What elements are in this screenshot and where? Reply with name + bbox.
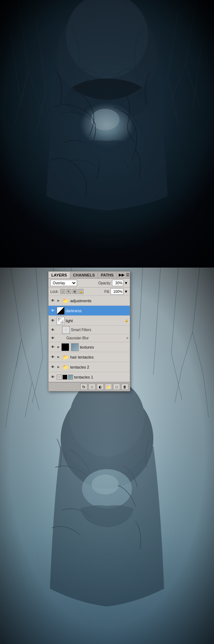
thumb-smart-filters: ▫ — [62, 326, 70, 334]
new-layer-button[interactable]: □ — [113, 384, 120, 390]
layer-name-hair-tentacles: hair tentacles — [70, 355, 128, 359]
thumb-adjustments: 📁 — [61, 297, 69, 305]
filter-settings-icon[interactable]: ≠ — [127, 336, 129, 340]
tentacles1-icon2 — [62, 375, 67, 380]
opacity-arrow[interactable]: ▼ — [124, 281, 128, 285]
eye-tentacles-2[interactable]: 👁 — [50, 364, 56, 370]
layer-light[interactable]: 👁 light 🔒 — [49, 316, 130, 326]
tab-channels[interactable]: CHANNELS — [70, 272, 98, 278]
eye-tentacles-1[interactable]: 👁 — [50, 374, 56, 380]
thumb-textures-img — [71, 343, 79, 351]
lock-icons: □ ✎ ⊞ 🔒 — [60, 289, 83, 294]
layers-panel: LAYERS CHANNELS PATHS ▶▶ ☰ Overlay Opaci… — [48, 271, 130, 391]
eye-darkness[interactable]: 👁 — [50, 308, 56, 314]
layer-adjustments[interactable]: 👁 ▶ 📁 adjustments — [49, 296, 130, 306]
layer-name-tentacles-2: tentacles 2 — [70, 365, 128, 369]
layer-name-darkness: darkness — [66, 309, 128, 313]
thumb-tentacles-2: 📁 — [61, 363, 69, 371]
delete-button[interactable]: 🗑 — [121, 384, 128, 390]
thumb-textures-mask — [61, 343, 69, 351]
layer-name-tentacles-1: tentacles 1 — [74, 375, 128, 379]
blend-opacity-row: Overlay Opacity: ▼ — [49, 279, 130, 288]
lock-transparent-icon[interactable]: □ — [60, 289, 65, 294]
expand-textures[interactable]: ▶ — [57, 345, 60, 349]
opacity-group: Opacity: ▼ — [98, 280, 128, 286]
panel-tabs: LAYERS CHANNELS PATHS ▶▶ ☰ — [49, 272, 130, 279]
layer-name-textures: textures — [80, 345, 128, 349]
mask-button[interactable]: □ — [88, 384, 96, 390]
opacity-input[interactable] — [112, 280, 123, 286]
smart-filters-label: Smart Filters — [71, 328, 91, 332]
eye-smart-filters[interactable]: 👁 — [50, 327, 56, 333]
fill-group: Fill: ▼ — [105, 288, 128, 295]
layer-textures[interactable]: 👁 ▶ textures — [49, 342, 130, 352]
layer-hair-tentacles[interactable]: 👁 ▶ 📁 hair tentacles — [49, 352, 130, 362]
eye-hair-tentacles[interactable]: 👁 — [50, 354, 56, 360]
eye-textures[interactable]: 👁 — [50, 344, 56, 350]
eye-gaussian[interactable]: 👁 — [50, 335, 56, 341]
top-image — [0, 0, 214, 268]
group-button[interactable]: 📁 — [105, 384, 112, 390]
layer-name-adjustments: adjustments — [70, 299, 128, 303]
layer-tentacles-2[interactable]: 👁 ▶ 📁 tentacles 2 — [49, 362, 130, 372]
filter-gaussian-blur[interactable]: 👁 Gaussian Blur ≠ — [49, 334, 130, 342]
blend-mode-select[interactable]: Overlay — [50, 280, 77, 286]
filter-name-gaussian: Gaussian Blur — [66, 336, 89, 340]
layer-name-light: light — [66, 319, 124, 323]
thumb-hair-tentacles: 📁 — [61, 353, 69, 361]
lock-label: Lock: — [50, 290, 59, 294]
fill-input[interactable] — [111, 288, 123, 295]
tentacles1-icon3 — [68, 375, 73, 380]
thumb-darkness — [57, 307, 65, 315]
expand-adjustments[interactable]: ▶ — [57, 299, 60, 303]
panel-menu-icon: ☰ — [126, 273, 129, 277]
panel-expand-icon: ▶▶ — [119, 273, 124, 277]
thumb-light — [57, 317, 65, 325]
tab-layers[interactable]: LAYERS — [49, 272, 70, 278]
lock-position-icon[interactable]: ⊞ — [72, 289, 77, 294]
fx-button[interactable]: fx — [80, 384, 87, 390]
eye-light[interactable]: 👁 — [50, 318, 56, 324]
fill-label: Fill: — [105, 290, 110, 294]
bottom-section: LAYERS CHANNELS PATHS ▶▶ ☰ Overlay Opaci… — [0, 268, 214, 644]
fill-arrow[interactable]: ▼ — [124, 289, 128, 294]
eye-adjustments[interactable]: 👁 — [50, 298, 56, 304]
expand-hair-tentacles[interactable]: ▶ — [57, 355, 60, 359]
lock-all-icon[interactable]: 🔒 — [78, 289, 83, 294]
lock-row: Lock: □ ✎ ⊞ 🔒 Fill: ▼ — [49, 288, 130, 296]
smart-filters-row: 👁 ▫ Smart Filters — [49, 326, 130, 334]
opacity-label: Opacity: — [98, 281, 111, 285]
tentacles1-icon1: ▫ — [57, 375, 62, 380]
lock-pixels-icon[interactable]: ✎ — [66, 289, 71, 294]
lock-light-icon: 🔒 — [125, 319, 128, 323]
expand-tentacles-2[interactable]: ▶ — [57, 365, 60, 369]
panel-more-options[interactable]: ▶▶ ☰ — [117, 272, 132, 278]
layers-list: 👁 ▶ 📁 adjustments 👁 darkness 👁 light 🔒 — [49, 296, 130, 382]
tab-paths[interactable]: PATHS — [98, 272, 117, 278]
layer-tentacles-1[interactable]: 👁 ▫ tentacles 1 — [49, 372, 130, 382]
panel-bottom-buttons: fx □ ◐ 📁 □ 🗑 — [49, 382, 130, 391]
svg-rect-21 — [0, 0, 214, 268]
layer-darkness[interactable]: 👁 darkness — [49, 306, 130, 316]
adjustment-button[interactable]: ◐ — [97, 384, 104, 390]
